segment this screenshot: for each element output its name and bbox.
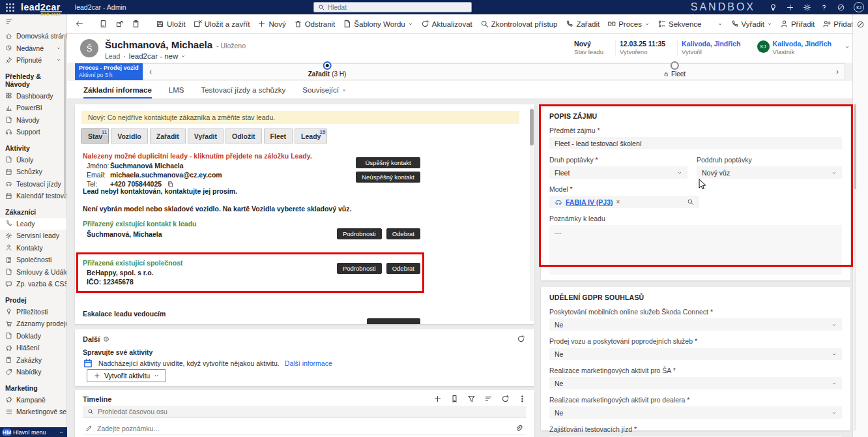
sidebar-item-test-drives[interactable]: Testovací jízdy [0,178,66,190]
paperclip-icon[interactable] [515,424,523,432]
field-value-link[interactable]: Kalivoda, Jindřich [773,40,832,48]
sidebar-item-companies[interactable]: Společnosti [0,254,66,266]
stage-tab-zaradit[interactable]: Zařadit [150,128,186,143]
sidebar-item-feedback[interactable]: Zp. vazba & CSS [0,278,66,290]
timeline-search-input[interactable] [98,408,488,415]
refresh-icon[interactable] [501,395,510,403]
sidebar-item-recent[interactable]: Nedávné [0,42,66,55]
global-search[interactable] [313,2,472,12]
bpf-scroll-left[interactable]: ‹ [145,67,156,77]
duplicate-warning[interactable]: Nalezeny možné duplicitní leady - kliknu… [83,152,312,160]
demand-subtype-select[interactable]: Nový vůz [697,166,842,179]
field-value-link[interactable]: Kalivoda, Jindřich [682,40,740,48]
sidebar-item-orders[interactable]: Zakázky [0,354,66,367]
stage-tab-odlozit[interactable]: Odložit [225,128,262,143]
stage-tab-vyradit[interactable]: Vyřadit [188,128,224,143]
funnel-icon[interactable] [467,395,476,403]
note-input[interactable] [97,425,491,432]
sidebar-item-opportunities[interactable]: Příležitosti [0,306,66,318]
sidebar-item-guides[interactable]: Návody [0,114,66,127]
clipboard-button[interactable] [132,20,140,28]
waffle-menu-icon[interactable] [6,3,14,12]
bpf-scroll-right[interactable]: › [832,67,843,77]
hamburger-menu-icon[interactable] [0,16,66,30]
sidebar-item-leads[interactable]: Leady [0,218,66,230]
header-expand-chevron[interactable] [845,44,850,50]
global-search-input[interactable] [328,4,467,11]
bpf-process-chip[interactable]: Proces - Prodej vozidla o... Aktivní po … [75,63,143,80]
model-link[interactable]: FABIA IV (PJ3) [566,198,613,206]
right-pane-scrollbar[interactable] [854,104,856,430]
app-logo[interactable]: lead2car EVO 2025 [21,2,63,12]
plus-icon[interactable] [433,395,442,403]
help-icon[interactable] [820,3,828,12]
stage-tab-vozidlo[interactable]: Vozidlo [111,128,148,143]
gear-icon[interactable] [803,3,811,12]
bpf-stage-fleet[interactable]: Fleet [663,61,686,78]
disqualify-button[interactable]: Vyřadit [731,20,772,28]
contact-details-button[interactable]: Podrobnosti [337,228,382,239]
qualify-button[interactable]: Zařadit [565,20,600,28]
remove-model-icon[interactable]: × [616,198,620,205]
scrollbar-thumb[interactable] [530,109,534,145]
delete-button[interactable]: Odstranit [294,20,336,28]
notes-textarea[interactable]: --- [549,225,842,275]
bookmark-icon[interactable] [450,395,459,403]
gdpr-marketing-dealer-select[interactable]: Ne [549,406,842,419]
sidebar-item-support[interactable]: Support [0,126,66,138]
timeline-note-row[interactable] [83,422,526,435]
scrollbar-thumb[interactable] [854,104,856,189]
timeline-search[interactable] [83,406,526,417]
save-and-close-button[interactable]: Uložit a zavřít [194,20,250,28]
word-templates-button[interactable]: Šablony Wordu [343,20,412,28]
form-view-button[interactable] [99,20,108,28]
sidebar-item-contracts[interactable]: Smlouvy & Události [0,266,66,279]
lookup-search-icon[interactable] [687,198,694,205]
assign-button[interactable]: Přiřadit [780,20,815,28]
successful-contact-button[interactable]: Úspěšný kontakt [356,157,420,168]
check-access-button[interactable]: Zkontrolovat přístup [480,20,558,28]
process-button[interactable]: Proces [607,20,650,28]
sidebar-item-reports[interactable]: Hlášení [0,342,66,354]
demand-type-select[interactable]: Fleet [549,166,687,179]
tab-test-drives[interactable]: Testovací jízdy a schůzky [201,86,285,98]
bpf-stage-qualify[interactable]: Zařadit(3 H) [308,61,347,78]
pane-copilot-icon[interactable] [856,20,865,29]
popout-button[interactable] [115,20,124,28]
tab-related[interactable]: Související [302,86,347,98]
copilot-icon[interactable] [837,3,845,12]
company-remove-button[interactable]: Odebrat [386,263,420,274]
sidebar-item-offers[interactable]: Nabídky [0,366,66,378]
contact-remove-button[interactable]: Odebrat [386,228,420,239]
sidebar-scrollbar[interactable] [64,34,66,197]
stage-tab-fleet[interactable]: Fleet [264,128,293,143]
sidebar-item-powerbi[interactable]: PowerBI [0,102,66,114]
sidebar-item-contacts[interactable]: Kontakty [0,242,66,254]
company-details-button[interactable]: Podrobnosti [337,263,382,274]
back-button[interactable] [75,20,83,28]
refresh-button[interactable]: Aktualizovat [421,20,472,28]
subject-field[interactable]: Fleet - lead testovací školení [549,137,842,149]
create-activity-button[interactable]: Vytvořit aktivitu [87,369,166,382]
sidebar-item-documents[interactable]: Doklady [0,330,66,342]
card-scrollbar[interactable] [530,107,534,321]
form-selector[interactable]: lead2car - new [129,52,186,60]
lightbulb-icon[interactable] [769,3,777,12]
escalate-button[interactable] [367,318,420,324]
stage-tab-leady[interactable]: Leady15 [295,128,327,143]
sidebar-item-sales-records[interactable]: Záznamy prodejů [0,318,66,330]
tab-lms[interactable]: LMS [169,86,184,98]
add-to-marketing-button[interactable]: Přidat do marketingov... [822,20,852,28]
refresh-icon[interactable] [517,335,525,343]
unsuccessful-contact-button[interactable]: Neúspěšný kontakt [356,172,420,183]
model-lookup-field[interactable]: FABIA IV (PJ3) × [549,196,699,208]
more-info-link[interactable]: Další informace [285,359,332,367]
save-button[interactable]: Uložit [156,20,186,28]
sequence-button[interactable]: Sekvence [658,20,702,28]
plus-icon[interactable] [786,3,794,12]
sidebar-item-service-leads[interactable]: Servisní leady [0,230,66,242]
copy-icon[interactable] [167,181,174,188]
new-button[interactable]: Nový [257,20,285,28]
dots-vertical-icon[interactable] [518,395,527,403]
user-avatar[interactable]: KJ [854,2,864,12]
